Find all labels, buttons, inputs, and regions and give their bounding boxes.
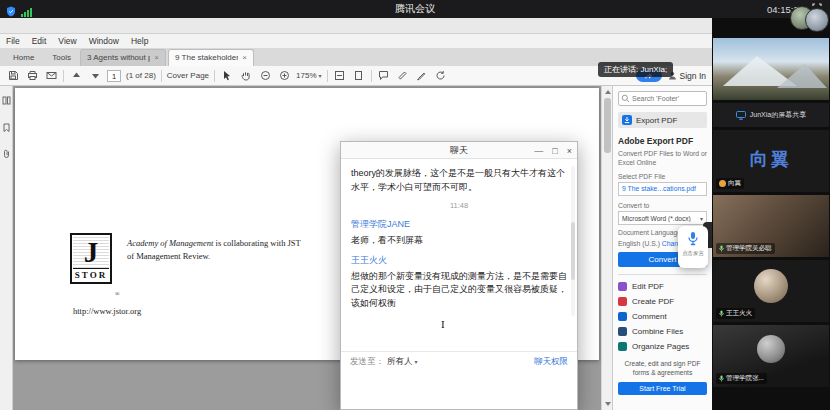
participant-tile-partial[interactable]: 管理学院张...	[713, 325, 829, 387]
send-to-dropdown[interactable]: 所有人 ▾	[387, 356, 418, 368]
start-free-trial-button[interactable]: Start Free Trial	[618, 382, 707, 395]
chevron-down-icon: ▾	[700, 215, 703, 222]
document-text-line2: of Management Review.	[127, 251, 210, 261]
page-count-label: (1 of 28)	[126, 71, 156, 80]
chat-timestamp: 11:48	[351, 200, 567, 211]
participant-avatar-icon	[719, 180, 726, 187]
minimize-icon[interactable]: —	[534, 146, 543, 156]
refresh-icon[interactable]	[434, 69, 448, 83]
acrobat-menubar: File Edit View Window Help	[0, 34, 712, 48]
save-icon[interactable]	[6, 69, 20, 83]
convert-to-label: Convert to	[618, 202, 707, 209]
registered-mark: ®	[115, 291, 120, 297]
sign-in-button[interactable]: Sign In	[668, 71, 706, 81]
scroll-down-icon[interactable]	[605, 402, 611, 406]
participant-tile-wangwanghuohuo[interactable]: 王王火火	[713, 260, 829, 322]
select-tool-icon[interactable]	[220, 69, 234, 83]
participant-tile-photo[interactable]	[713, 38, 829, 100]
mic-popup[interactable]: 点击发言	[678, 226, 708, 268]
page-thumbnails-icon[interactable]	[2, 91, 11, 109]
participant-tile-xiangyi[interactable]: 向翼 向翼	[713, 130, 829, 192]
menu-edit[interactable]: Edit	[26, 36, 53, 46]
highlighter-tool-icon[interactable]	[396, 69, 410, 83]
close-icon[interactable]: ×	[567, 146, 572, 156]
combine-files-icon	[618, 327, 627, 336]
close-tab-icon[interactable]: ×	[242, 54, 247, 62]
chat-window: 聊天 — □ × theory的发展脉络，这个是不是一般只有大牛才有这个水平，学…	[340, 141, 578, 410]
format-dropdown[interactable]: Microsoft Word (*.docx) ▾	[618, 211, 707, 225]
menu-help[interactable]: Help	[125, 36, 154, 46]
create-pdf-icon	[618, 297, 627, 306]
participant-big-name: 向翼	[713, 147, 829, 171]
email-icon[interactable]	[44, 69, 58, 83]
chat-titlebar[interactable]: 聊天 — □ ×	[341, 142, 577, 159]
trial-promo-text: Create, edit and sign PDF forms & agreem…	[618, 360, 707, 378]
zoom-level-dropdown[interactable]: 175% ▾	[296, 71, 321, 80]
tool-comment[interactable]: Comment	[618, 309, 707, 324]
chevron-down-icon: ▾	[415, 358, 418, 365]
menu-file[interactable]: File	[0, 36, 26, 46]
chat-message-list[interactable]: theory的发展脉络，这个是不是一般只有大牛才有这个水平，学术小白可望而不可即…	[341, 159, 577, 351]
next-page-icon[interactable]	[88, 69, 102, 83]
maximize-icon[interactable]: □	[552, 146, 557, 156]
pen-tool-icon[interactable]	[415, 69, 429, 83]
document-text-line1: Academy of Management is collaborating w…	[127, 238, 301, 248]
chat-message-overflow: theory的发展脉络，这个是不是一般只有大牛才有这个水平，学术小白可望而不可即…	[351, 167, 567, 194]
chevron-down-icon: ▾	[319, 72, 322, 79]
export-pdf-tool[interactable]: Export PDF	[618, 112, 707, 128]
tab-document-1[interactable]: 3 Agents without p... ×	[80, 49, 166, 66]
comment-tool-icon[interactable]	[377, 69, 391, 83]
page-number-input[interactable]: 1	[107, 70, 121, 82]
tool-edit-pdf[interactable]: Edit PDF	[618, 279, 707, 294]
comment-icon	[618, 312, 627, 321]
tool-organize-pages[interactable]: Organize Pages	[618, 339, 707, 354]
vertical-scrollbar[interactable]	[601, 86, 612, 410]
previous-page-icon[interactable]	[69, 69, 83, 83]
bookmarks-icon[interactable]	[2, 118, 11, 136]
speaking-indicator: 正在讲话: JunXia;	[598, 62, 673, 77]
organize-pages-icon	[618, 342, 627, 351]
selected-file-name[interactable]: 9 The stake...cations.pdf	[618, 182, 707, 196]
chat-scrollbar[interactable]	[571, 166, 575, 316]
text-cursor: I	[441, 318, 445, 330]
hand-tool-icon[interactable]	[239, 69, 253, 83]
mic-on-icon	[719, 375, 724, 382]
tool-create-pdf[interactable]: Create PDF	[618, 294, 707, 309]
collapse-tools-panel-button[interactable]: ›	[612, 360, 613, 382]
print-icon[interactable]	[25, 69, 39, 83]
tab-document-2-active[interactable]: 9 The stakeholder t... ×	[168, 49, 254, 66]
fit-page-icon[interactable]	[352, 69, 366, 83]
menu-window[interactable]: Window	[83, 36, 125, 46]
send-to-label: 发送至：	[350, 356, 384, 368]
zoom-in-icon[interactable]	[277, 69, 291, 83]
tool-combine-files[interactable]: Combine Files	[618, 324, 707, 339]
microphone-icon	[687, 231, 699, 246]
chat-footer: 发送至： 所有人 ▾ 聊天权限	[341, 351, 577, 371]
zoom-out-icon[interactable]	[258, 69, 272, 83]
participant-tile-wubicong[interactable]: 管理学院吴必聪	[713, 195, 829, 257]
tab-tools[interactable]: Tools	[43, 50, 80, 66]
screen-share-icon	[736, 111, 746, 120]
scrollbar-thumb[interactable]	[604, 98, 611, 153]
fit-width-icon[interactable]	[333, 69, 347, 83]
meeting-title: 腾讯会议	[0, 0, 830, 18]
export-pdf-icon	[622, 115, 632, 125]
scroll-up-icon[interactable]	[605, 90, 611, 94]
participant-tile-screenshare[interactable]: JunXia的屏幕共享	[713, 103, 829, 127]
tab-home[interactable]: Home	[4, 50, 43, 66]
search-icon	[621, 94, 630, 103]
mic-on-icon	[719, 310, 724, 317]
tools-search-input[interactable]	[618, 91, 707, 106]
participants-sidebar: JunXia的屏幕共享 向翼 向翼 管理学院吴必聪 王王火火	[712, 18, 830, 410]
meeting-topbar: 腾讯会议 04:15:30	[0, 0, 830, 18]
chat-sender: 王王火火	[351, 254, 567, 268]
attachments-icon[interactable]	[2, 145, 11, 163]
close-tab-icon[interactable]: ×	[154, 54, 159, 62]
menu-view[interactable]: View	[52, 36, 82, 46]
chat-message: 想做的那个新变量没有现成的测量方法，是不是需要自己定义和设定，由于自己定义的变量…	[351, 270, 567, 311]
chat-sender: 管理学院JANE	[351, 218, 567, 232]
view-mode-label[interactable]: Cover Page	[167, 71, 209, 80]
language-value: English (U.S.)	[618, 240, 660, 247]
chat-input[interactable]	[341, 371, 577, 409]
chat-permission-link[interactable]: 聊天权限	[534, 356, 568, 368]
